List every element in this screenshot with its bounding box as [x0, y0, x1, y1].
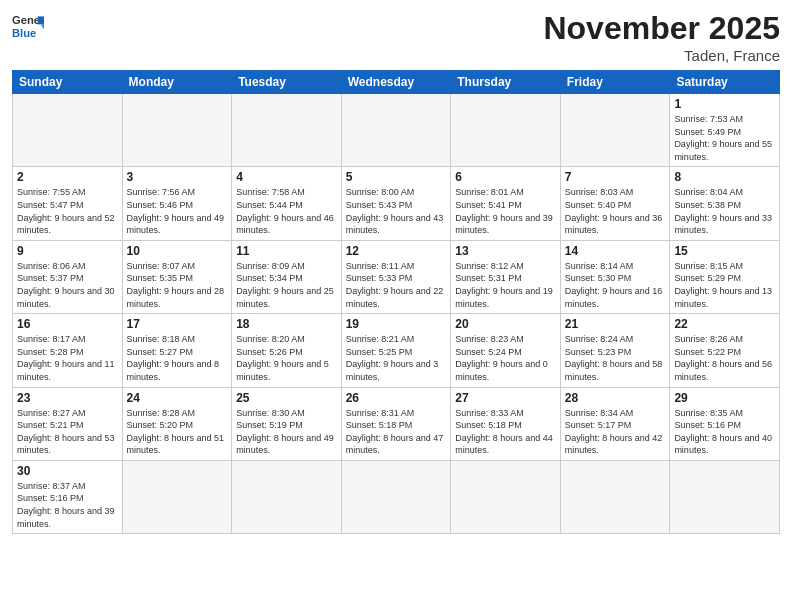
day-info: Sunrise: 8:24 AM Sunset: 5:23 PM Dayligh…: [565, 333, 666, 383]
calendar-day-cell: 26Sunrise: 8:31 AM Sunset: 5:18 PM Dayli…: [341, 387, 451, 460]
day-info: Sunrise: 8:20 AM Sunset: 5:26 PM Dayligh…: [236, 333, 337, 383]
svg-text:Blue: Blue: [12, 27, 36, 39]
day-info: Sunrise: 8:35 AM Sunset: 5:16 PM Dayligh…: [674, 407, 775, 457]
day-number: 29: [674, 391, 775, 405]
calendar-day-cell: 7Sunrise: 8:03 AM Sunset: 5:40 PM Daylig…: [560, 167, 670, 240]
calendar-day-cell: 5Sunrise: 8:00 AM Sunset: 5:43 PM Daylig…: [341, 167, 451, 240]
calendar-day-cell: 13Sunrise: 8:12 AM Sunset: 5:31 PM Dayli…: [451, 240, 561, 313]
calendar-day-cell: [122, 94, 232, 167]
day-number: 8: [674, 170, 775, 184]
day-info: Sunrise: 7:53 AM Sunset: 5:49 PM Dayligh…: [674, 113, 775, 163]
day-info: Sunrise: 8:01 AM Sunset: 5:41 PM Dayligh…: [455, 186, 556, 236]
calendar-day-cell: [560, 94, 670, 167]
calendar-day-cell: [341, 460, 451, 533]
day-number: 22: [674, 317, 775, 331]
day-number: 21: [565, 317, 666, 331]
weekday-header: Thursday: [451, 71, 561, 94]
calendar-day-cell: 19Sunrise: 8:21 AM Sunset: 5:25 PM Dayli…: [341, 314, 451, 387]
day-info: Sunrise: 8:15 AM Sunset: 5:29 PM Dayligh…: [674, 260, 775, 310]
day-number: 23: [17, 391, 118, 405]
day-number: 27: [455, 391, 556, 405]
day-number: 17: [127, 317, 228, 331]
calendar-week-row: 16Sunrise: 8:17 AM Sunset: 5:28 PM Dayli…: [13, 314, 780, 387]
calendar-day-cell: [560, 460, 670, 533]
day-info: Sunrise: 8:11 AM Sunset: 5:33 PM Dayligh…: [346, 260, 447, 310]
weekday-header: Monday: [122, 71, 232, 94]
day-info: Sunrise: 7:56 AM Sunset: 5:46 PM Dayligh…: [127, 186, 228, 236]
day-info: Sunrise: 8:09 AM Sunset: 5:34 PM Dayligh…: [236, 260, 337, 310]
day-number: 15: [674, 244, 775, 258]
svg-marker-2: [38, 16, 44, 24]
calendar-day-cell: 1Sunrise: 7:53 AM Sunset: 5:49 PM Daylig…: [670, 94, 780, 167]
day-number: 13: [455, 244, 556, 258]
day-number: 26: [346, 391, 447, 405]
day-info: Sunrise: 8:27 AM Sunset: 5:21 PM Dayligh…: [17, 407, 118, 457]
day-info: Sunrise: 8:21 AM Sunset: 5:25 PM Dayligh…: [346, 333, 447, 383]
calendar-day-cell: [122, 460, 232, 533]
calendar-day-cell: 8Sunrise: 8:04 AM Sunset: 5:38 PM Daylig…: [670, 167, 780, 240]
day-info: Sunrise: 8:12 AM Sunset: 5:31 PM Dayligh…: [455, 260, 556, 310]
day-number: 6: [455, 170, 556, 184]
page: General Blue November 2025 Taden, France…: [0, 0, 792, 612]
day-number: 18: [236, 317, 337, 331]
calendar-day-cell: 16Sunrise: 8:17 AM Sunset: 5:28 PM Dayli…: [13, 314, 123, 387]
weekday-header: Friday: [560, 71, 670, 94]
calendar-body: 1Sunrise: 7:53 AM Sunset: 5:49 PM Daylig…: [13, 94, 780, 534]
calendar-table: SundayMondayTuesdayWednesdayThursdayFrid…: [12, 70, 780, 534]
day-number: 7: [565, 170, 666, 184]
calendar-day-cell: [232, 94, 342, 167]
calendar-day-cell: 17Sunrise: 8:18 AM Sunset: 5:27 PM Dayli…: [122, 314, 232, 387]
calendar-week-row: 23Sunrise: 8:27 AM Sunset: 5:21 PM Dayli…: [13, 387, 780, 460]
weekday-header: Tuesday: [232, 71, 342, 94]
calendar-day-cell: 24Sunrise: 8:28 AM Sunset: 5:20 PM Dayli…: [122, 387, 232, 460]
weekday-row: SundayMondayTuesdayWednesdayThursdayFrid…: [13, 71, 780, 94]
day-number: 28: [565, 391, 666, 405]
calendar-day-cell: 10Sunrise: 8:07 AM Sunset: 5:35 PM Dayli…: [122, 240, 232, 313]
svg-marker-3: [41, 24, 44, 29]
calendar-day-cell: 22Sunrise: 8:26 AM Sunset: 5:22 PM Dayli…: [670, 314, 780, 387]
calendar-day-cell: [451, 460, 561, 533]
day-number: 5: [346, 170, 447, 184]
day-number: 19: [346, 317, 447, 331]
day-number: 1: [674, 97, 775, 111]
weekday-header: Saturday: [670, 71, 780, 94]
calendar-week-row: 2Sunrise: 7:55 AM Sunset: 5:47 PM Daylig…: [13, 167, 780, 240]
day-number: 12: [346, 244, 447, 258]
calendar-day-cell: [232, 460, 342, 533]
day-info: Sunrise: 8:23 AM Sunset: 5:24 PM Dayligh…: [455, 333, 556, 383]
day-number: 2: [17, 170, 118, 184]
day-number: 25: [236, 391, 337, 405]
calendar-week-row: 1Sunrise: 7:53 AM Sunset: 5:49 PM Daylig…: [13, 94, 780, 167]
day-info: Sunrise: 8:18 AM Sunset: 5:27 PM Dayligh…: [127, 333, 228, 383]
day-info: Sunrise: 8:33 AM Sunset: 5:18 PM Dayligh…: [455, 407, 556, 457]
calendar-header: SundayMondayTuesdayWednesdayThursdayFrid…: [13, 71, 780, 94]
calendar-day-cell: 4Sunrise: 7:58 AM Sunset: 5:44 PM Daylig…: [232, 167, 342, 240]
weekday-header: Wednesday: [341, 71, 451, 94]
calendar-day-cell: 21Sunrise: 8:24 AM Sunset: 5:23 PM Dayli…: [560, 314, 670, 387]
calendar-day-cell: 28Sunrise: 8:34 AM Sunset: 5:17 PM Dayli…: [560, 387, 670, 460]
calendar-day-cell: [341, 94, 451, 167]
calendar-day-cell: 23Sunrise: 8:27 AM Sunset: 5:21 PM Dayli…: [13, 387, 123, 460]
calendar-day-cell: 11Sunrise: 8:09 AM Sunset: 5:34 PM Dayli…: [232, 240, 342, 313]
calendar-day-cell: [451, 94, 561, 167]
day-number: 30: [17, 464, 118, 478]
day-info: Sunrise: 8:26 AM Sunset: 5:22 PM Dayligh…: [674, 333, 775, 383]
day-info: Sunrise: 8:31 AM Sunset: 5:18 PM Dayligh…: [346, 407, 447, 457]
calendar-week-row: 9Sunrise: 8:06 AM Sunset: 5:37 PM Daylig…: [13, 240, 780, 313]
day-info: Sunrise: 8:30 AM Sunset: 5:19 PM Dayligh…: [236, 407, 337, 457]
day-info: Sunrise: 8:04 AM Sunset: 5:38 PM Dayligh…: [674, 186, 775, 236]
day-info: Sunrise: 8:14 AM Sunset: 5:30 PM Dayligh…: [565, 260, 666, 310]
day-info: Sunrise: 8:37 AM Sunset: 5:16 PM Dayligh…: [17, 480, 118, 530]
calendar-day-cell: 30Sunrise: 8:37 AM Sunset: 5:16 PM Dayli…: [13, 460, 123, 533]
calendar-day-cell: 9Sunrise: 8:06 AM Sunset: 5:37 PM Daylig…: [13, 240, 123, 313]
day-info: Sunrise: 8:34 AM Sunset: 5:17 PM Dayligh…: [565, 407, 666, 457]
calendar-day-cell: 20Sunrise: 8:23 AM Sunset: 5:24 PM Dayli…: [451, 314, 561, 387]
calendar-day-cell: 29Sunrise: 8:35 AM Sunset: 5:16 PM Dayli…: [670, 387, 780, 460]
day-info: Sunrise: 8:03 AM Sunset: 5:40 PM Dayligh…: [565, 186, 666, 236]
day-number: 24: [127, 391, 228, 405]
day-info: Sunrise: 8:17 AM Sunset: 5:28 PM Dayligh…: [17, 333, 118, 383]
calendar-day-cell: 27Sunrise: 8:33 AM Sunset: 5:18 PM Dayli…: [451, 387, 561, 460]
day-info: Sunrise: 8:07 AM Sunset: 5:35 PM Dayligh…: [127, 260, 228, 310]
calendar-day-cell: [670, 460, 780, 533]
day-info: Sunrise: 8:28 AM Sunset: 5:20 PM Dayligh…: [127, 407, 228, 457]
